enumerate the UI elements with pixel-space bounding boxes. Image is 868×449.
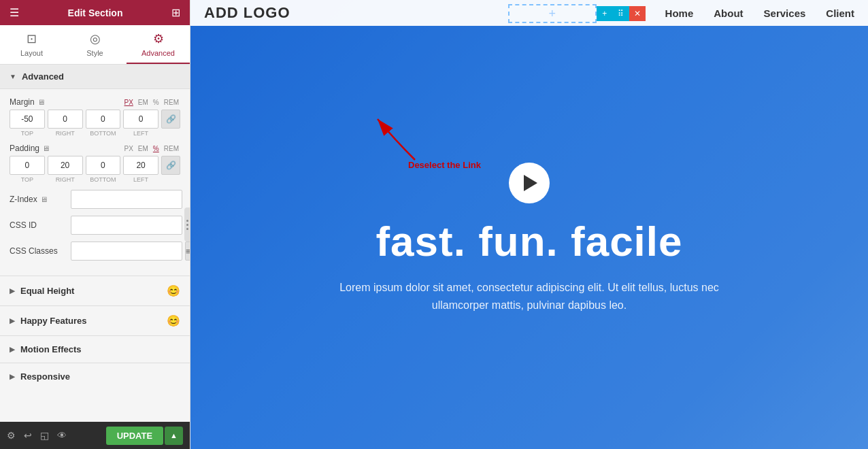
padding-link-btn[interactable]: 🔗 <box>161 156 180 175</box>
equal-height-icon: 😊 <box>167 284 180 297</box>
advanced-icon: ⚙ <box>153 31 164 46</box>
margin-bottom-input[interactable] <box>86 110 121 129</box>
widget-close-btn[interactable]: ✕ <box>629 6 646 21</box>
padding-inputs: 🔗 <box>10 156 180 175</box>
padding-top-input[interactable] <box>10 156 45 175</box>
tab-advanced[interactable]: ⚙ Advanced <box>127 25 190 64</box>
padding-unit-em[interactable]: EM <box>137 144 150 153</box>
panel-header: ☰ Edit Section ⊞ <box>0 0 190 25</box>
undo-icon[interactable]: ↩ <box>24 430 32 441</box>
margin-unit-px[interactable]: PX <box>123 98 135 107</box>
margin-unit-rem[interactable]: REM <box>163 98 180 107</box>
hero-section: fast. fun. facile Lorem ipsum dolor sit … <box>190 0 868 449</box>
padding-right-input[interactable] <box>48 156 83 175</box>
equal-height-row[interactable]: ▶ Equal Height 😊 <box>0 276 190 305</box>
preview-icon[interactable]: 👁 <box>57 430 67 441</box>
margin-link-btn[interactable]: 🔗 <box>161 110 180 129</box>
nav-client[interactable]: Client <box>826 7 854 19</box>
css-classes-input[interactable] <box>71 242 182 261</box>
tab-layout-label: Layout <box>20 49 43 57</box>
happy-features-icon: 😊 <box>167 314 180 327</box>
tab-style[interactable]: ◎ Style <box>63 25 127 64</box>
padding-left-input[interactable] <box>123 156 158 175</box>
tab-style-label: Style <box>86 49 103 57</box>
play-triangle-icon <box>524 175 537 191</box>
padding-unit-pct[interactable]: % <box>152 144 161 153</box>
responsive-label: Responsive <box>20 371 70 382</box>
happy-features-left: ▶ Happy Features <box>10 316 87 326</box>
hero-play-button[interactable] <box>509 163 550 203</box>
css-id-input[interactable] <box>71 216 182 235</box>
responsive-left: ▶ Responsive <box>10 371 70 382</box>
resize-dots <box>186 220 188 230</box>
padding-right-label: RIGHT <box>48 176 83 183</box>
widget-add-btn[interactable]: + <box>597 6 613 21</box>
css-classes-list-btn[interactable]: ≡ <box>185 242 190 261</box>
padding-bottom-label: BOTTOM <box>86 176 121 183</box>
motion-effects-label: Motion Effects <box>20 344 82 354</box>
padding-left-label: LEFT <box>123 176 158 183</box>
margin-label: Margin 🖥 <box>10 97 45 107</box>
margin-left-input[interactable] <box>123 110 158 129</box>
bottom-bar: ⚙ ↩ ◱ 👁 UPDATE ▲ <box>0 422 190 449</box>
css-classes-label: CSS Classes <box>10 246 71 256</box>
resize-handle[interactable] <box>184 207 190 242</box>
update-dropdown-btn[interactable]: ▲ <box>165 427 183 445</box>
margin-label-row: Margin 🖥 PX EM % REM <box>10 97 180 107</box>
padding-unit-rem[interactable]: REM <box>163 144 180 153</box>
z-index-monitor-icon: 🖥 <box>40 195 48 203</box>
margin-left-label: LEFT <box>123 130 158 137</box>
motion-effects-row[interactable]: ▶ Motion Effects <box>0 335 190 363</box>
layout-icon: ⊡ <box>27 31 37 46</box>
margin-bottom-label: BOTTOM <box>86 130 121 137</box>
equal-height-label: Equal Height <box>20 286 74 296</box>
widget-drag-btn[interactable]: ⠿ <box>613 6 629 21</box>
z-index-input[interactable] <box>71 190 182 209</box>
margin-unit-tabs: PX EM % REM <box>123 98 180 107</box>
motion-effects-left: ▶ Motion Effects <box>10 344 82 354</box>
nav-services[interactable]: Services <box>764 7 806 19</box>
happy-features-row[interactable]: ▶ Happy Features 😊 <box>0 305 190 335</box>
widget-toolbar-btns: + ⠿ ✕ <box>597 6 646 21</box>
style-icon: ◎ <box>90 31 101 46</box>
section-arrow-icon: ▼ <box>10 73 16 80</box>
grid-icon[interactable]: ⊞ <box>171 6 180 19</box>
hero-content: fast. fun. facile Lorem ipsum dolor sit … <box>339 135 720 314</box>
margin-right-input[interactable] <box>48 110 83 129</box>
margin-unit-pct[interactable]: % <box>152 98 161 107</box>
settings-icon[interactable]: ⚙ <box>7 430 16 441</box>
margin-top-input[interactable] <box>10 110 45 129</box>
margin-unit-em[interactable]: EM <box>137 98 150 107</box>
happy-features-label: Happy Features <box>20 316 87 326</box>
history-icon[interactable]: ◱ <box>40 430 49 441</box>
margin-inputs: 🔗 <box>10 110 180 129</box>
update-button[interactable]: UPDATE <box>106 427 163 445</box>
margin-top-label: TOP <box>10 130 45 137</box>
panel-content: ▼ Advanced Margin 🖥 PX EM % REM <box>0 65 190 422</box>
margin-sub-labels: TOP RIGHT BOTTOM LEFT <box>10 130 180 137</box>
widget-plus-icon[interactable]: + <box>548 7 556 21</box>
bottom-icons: ⚙ ↩ ◱ 👁 <box>7 430 67 441</box>
margin-right-label: RIGHT <box>48 130 83 137</box>
tab-layout[interactable]: ⊡ Layout <box>0 25 63 64</box>
responsive-arrow-icon: ▶ <box>10 373 15 380</box>
hero-title: fast. fun. facile <box>339 217 720 265</box>
nav-about[interactable]: About <box>714 7 743 19</box>
nav-home[interactable]: Home <box>665 7 694 19</box>
happy-features-arrow-icon: ▶ <box>10 317 15 325</box>
z-index-row: Z-Index 🖥 <box>10 190 180 209</box>
padding-label: Padding 🖥 <box>10 144 50 153</box>
hamburger-icon[interactable]: ☰ <box>10 6 19 19</box>
padding-unit-px[interactable]: PX <box>123 144 135 153</box>
advanced-section-content: Margin 🖥 PX EM % REM 🔗 <box>0 89 190 276</box>
advanced-heading[interactable]: ▼ Advanced <box>0 65 190 89</box>
padding-bottom-input[interactable] <box>86 156 121 175</box>
css-id-row: CSS ID ≡ <box>10 216 180 235</box>
padding-unit-tabs: PX EM % REM <box>123 144 180 153</box>
responsive-row[interactable]: ▶ Responsive <box>0 363 190 390</box>
panel-title: Edit Section <box>68 7 123 18</box>
hero-subtitle: Lorem ipsum dolor sit amet, consectetur … <box>339 279 720 314</box>
margin-field: Margin 🖥 PX EM % REM 🔗 <box>10 97 180 137</box>
left-panel: ☰ Edit Section ⊞ ⊡ Layout ◎ Style ⚙ Adva… <box>0 0 190 449</box>
padding-sub-labels: TOP RIGHT BOTTOM LEFT <box>10 176 180 183</box>
